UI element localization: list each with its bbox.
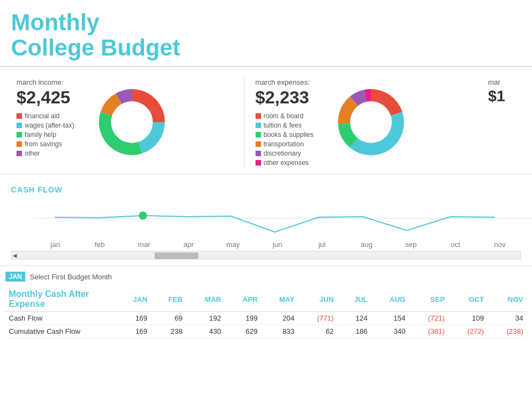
income-info: march income: $2,425 financial aid wages… — [16, 78, 88, 159]
svg-point-1 — [350, 101, 392, 143]
cell: 340 — [371, 325, 409, 338]
table-header: Monthly Cash After Expense JAN FEB MAR A… — [5, 287, 527, 312]
col-jun: JUN — [298, 287, 337, 312]
cell: (721) — [409, 312, 448, 325]
cell: 204 — [261, 312, 298, 325]
legend-item: family help — [16, 131, 82, 139]
table-row: Cumulative Cash Flow 169 238 430 629 833… — [5, 325, 527, 338]
cell: 186 — [337, 325, 371, 338]
select-month-text: Select First Budget Month — [30, 273, 112, 281]
legend-item: other expenses — [256, 159, 322, 167]
month-nov: nov — [478, 240, 522, 249]
cell: 69 — [151, 312, 186, 325]
legend-item: wages (after-tax) — [16, 122, 82, 129]
income-label: march income: — [16, 78, 82, 86]
legend-item: other — [16, 150, 82, 157]
cell: 629 — [224, 325, 261, 338]
row-label: Cash Flow — [5, 312, 115, 325]
legend-item: financial aid — [16, 112, 82, 120]
cell: (771) — [298, 312, 337, 325]
col-label: Monthly Cash After Expense — [5, 287, 115, 312]
col-sep: SEP — [409, 287, 448, 312]
cell: (238) — [487, 325, 527, 338]
scrollbar[interactable]: ◀ — [11, 251, 521, 260]
jan-row: JAN Select First Budget Month — [5, 272, 527, 282]
income-donut — [88, 78, 176, 166]
third-chart-partial: mar $1 — [483, 78, 527, 168]
cell: 34 — [487, 312, 527, 325]
col-aug: AUG — [371, 287, 409, 312]
cell: 124 — [337, 312, 371, 325]
cell: 192 — [186, 312, 224, 325]
cell: 109 — [448, 312, 487, 325]
legend-item: books & supplies — [256, 131, 322, 139]
cell: 169 — [115, 325, 151, 338]
legend-item: transportation — [256, 140, 322, 148]
month-apr: apr — [167, 240, 211, 249]
month-jul: jul — [300, 240, 344, 249]
income-amount: $2,425 — [16, 87, 82, 108]
cell: 154 — [371, 312, 409, 325]
expense-info: march expenses: $2,233 room & board tuit… — [256, 78, 327, 168]
svg-point-3 — [139, 212, 147, 219]
col-may: MAY — [261, 287, 298, 312]
cell: (272) — [448, 325, 487, 338]
legend-item: discretionary — [256, 150, 322, 157]
month-sep: sep — [389, 240, 433, 249]
charts-section: march income: $2,425 financial aid wages… — [0, 67, 532, 174]
col-jul: JUL — [337, 287, 371, 312]
col-jan: JAN — [115, 287, 151, 312]
cell: (381) — [409, 325, 448, 338]
expense-donut — [327, 78, 415, 166]
legend-item: from savings — [16, 140, 82, 148]
budget-table: Monthly Cash After Expense JAN FEB MAR A… — [5, 287, 527, 338]
month-aug: aug — [344, 240, 389, 249]
expense-amount: $2,233 — [256, 87, 322, 108]
svg-point-0 — [111, 101, 153, 143]
cell: 430 — [186, 325, 224, 338]
month-may: may — [211, 240, 256, 249]
table-row: Cash Flow 169 69 192 199 204 (771) 124 1… — [5, 312, 527, 325]
cashflow-section: CASH FLOW jan feb mar apr may jun jul au… — [0, 174, 532, 260]
legend-item: tuition & fees — [256, 122, 322, 129]
month-jun: jun — [256, 240, 300, 249]
page-title: Monthly College Budget — [11, 10, 521, 60]
scrollbar-thumb[interactable] — [154, 252, 198, 259]
page-header: Monthly College Budget — [0, 0, 532, 67]
col-oct: OCT — [448, 287, 487, 312]
cell: 199 — [224, 312, 261, 325]
expense-label: march expenses: — [256, 78, 322, 86]
cashflow-title: CASH FLOW — [11, 185, 63, 194]
cell: 169 — [115, 312, 151, 325]
scroll-left-arrow[interactable]: ◀ — [13, 252, 17, 258]
col-mar: MAR — [186, 287, 224, 312]
months-row: jan feb mar apr may jun jul aug sep oct … — [11, 240, 522, 249]
cell: 62 — [298, 325, 337, 338]
col-feb: FEB — [151, 287, 186, 312]
cashflow-chart — [33, 196, 532, 240]
expense-legend: room & board tuition & fees books & supp… — [256, 112, 322, 167]
month-oct: oct — [433, 240, 478, 249]
col-apr: APR — [224, 287, 261, 312]
table-section: JAN Select First Budget Month Monthly Ca… — [0, 265, 532, 344]
cell: 238 — [151, 325, 186, 338]
month-jan: jan — [33, 240, 77, 249]
row-label: Cumulative Cash Flow — [5, 325, 115, 338]
month-badge[interactable]: JAN — [5, 272, 25, 282]
month-mar: mar — [122, 240, 167, 249]
expense-chart-block: march expenses: $2,233 room & board tuit… — [244, 78, 483, 168]
income-chart-block: march income: $2,425 financial aid wages… — [5, 78, 244, 168]
cell: 833 — [261, 325, 298, 338]
col-nov: NOV — [487, 287, 527, 312]
month-feb: feb — [77, 240, 122, 249]
income-legend: financial aid wages (after-tax) family h… — [16, 112, 82, 157]
legend-item: room & board — [256, 112, 322, 120]
